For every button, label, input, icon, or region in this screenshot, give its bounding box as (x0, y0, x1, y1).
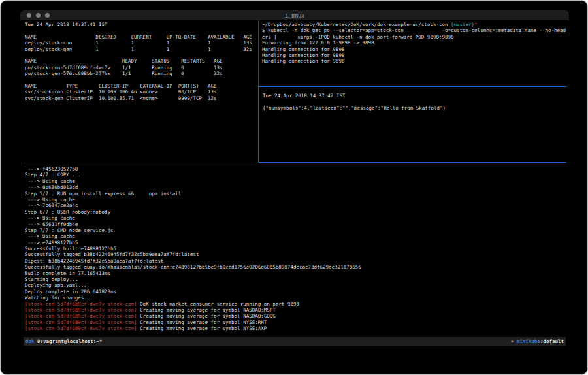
terminal-line: ---> 0b636bd013dd (25, 184, 361, 190)
helm-wheel-icon: ⎈ (511, 338, 517, 344)
status-right: ⎈ minikube:default (511, 337, 564, 346)
terminal-line: Handling connection for 9898 (262, 46, 566, 52)
terminal-line: {"numsymbols":4,"lastseen":"","message":… (263, 105, 446, 111)
terminal-line: NAME TYPE CLUSTER-IP EXTERNAL-IP PORT(S)… (25, 83, 252, 89)
terminal-line: ---> e74898127bb5 (25, 240, 361, 246)
terminal-line: ---> Using cache (25, 215, 361, 221)
terminal-line: Handling connection for 9898 (262, 52, 566, 58)
terminal-line: Step 6/7 : USER nobody:nobody (25, 209, 361, 215)
terminal-line (25, 77, 252, 83)
window-title: 1. tmux (20, 12, 569, 19)
pane-mid-right-content: Tue 24 Apr 2018 14:37:42 IST{"numsymbols… (263, 93, 446, 111)
terminal-line: Build complete in 77.165413ms (25, 270, 361, 276)
terminal-line: Starting deploy... (25, 276, 361, 282)
kube-namespace: :default (540, 338, 564, 344)
pane-divider-vertical[interactable] (258, 20, 259, 86)
terminal-line: ---> 65611ff9db4e (25, 221, 361, 227)
screenshot-frame: 1. tmux Tue 24 Apr 2018 14:37:41 ISTNAME… (0, 0, 588, 375)
pane-mid-right-active[interactable]: Tue 24 Apr 2018 14:37:42 IST{"numsymbols… (258, 86, 566, 163)
terminal-line (263, 99, 446, 105)
session-name: dok (25, 338, 35, 344)
terminal-line: po/stock-con-5d7df689cf-dwc7v 1/1 Runnin… (25, 65, 252, 71)
terminal-line: Forwarding from 127.0.0.1:9898 -> 9898 (262, 40, 566, 46)
pane-top-right-port-forward[interactable]: ~/Dropbox/advocacy/Kubernetes/DoK/work/d… (262, 22, 566, 65)
terminal-line: deploy/stock-gen 1 1 1 1 32s (25, 46, 252, 52)
window-item[interactable]: 0:vagrant@localhost:~* (35, 338, 103, 344)
terminal-line (25, 52, 252, 58)
terminal-line: ers | xargs -IPOD kubectl -n dok port-fo… (262, 34, 566, 40)
terminal-line: Successfully built e74898127bb5 (25, 246, 361, 252)
status-left: dok 0:vagrant@localhost:~* (25, 337, 102, 346)
terminal-line: $ kubectl -n dok get po --selector=app=s… (262, 27, 566, 33)
terminal-line: Deploy complete in 286.647823ms (25, 289, 361, 295)
terminal-line: Watching for changes... (25, 295, 361, 301)
terminal-line: Step 7/7 : CMD node service.js (25, 227, 361, 233)
terminal-line: Successfully tagged quay.io/mhausenblas/… (25, 264, 361, 270)
terminal-line: deploy/stock-con 1 1 1 1 13s (25, 40, 252, 46)
terminal-line: svc/stock-con ClusterIP 10.109.186.46 <n… (25, 89, 252, 95)
terminal-line: ---> Using cache (25, 233, 361, 239)
terminal-line: Deploying app.yaml... (25, 282, 361, 288)
window-titlebar[interactable]: 1. tmux (20, 10, 569, 20)
terminal-line: svc/stock-gen ClusterIP 10.100.35.71 <no… (25, 95, 252, 101)
terminal-line: [stock-con-5d7df689cf-dwc7v stock-con] C… (25, 307, 361, 313)
terminal-line: ---> f45623052760 (25, 166, 361, 172)
tmux-status-bar: dok 0:vagrant@localhost:~* ⎈ minikube:de… (24, 337, 566, 346)
terminal-line: po/stock-gen-576cc688bb-277hx 1/1 Runnin… (25, 71, 252, 76)
terminal-line: [stock-con-5d7df689cf-dwc7v stock-con] D… (25, 301, 361, 307)
terminal-line: NAME READY STATUS RESTARTS AGE (25, 58, 252, 64)
terminal-line: Tue 24 Apr 2018 14:37:42 IST (263, 93, 446, 99)
terminal-line: Digest: b38b42246945fd7f32c5ba9aea7af7fd… (25, 258, 361, 264)
terminal-line: ---> 7b6347ce2a4c (25, 203, 361, 208)
terminal-line: Successfully tagged b38b42246945fd7f32c5… (25, 252, 361, 257)
kube-context: minikube (517, 338, 540, 344)
terminal-line: ---> Using cache (25, 197, 361, 203)
terminal-line: ~/Dropbox/advocacy/Kubernetes/DoK/work/d… (262, 22, 566, 27)
terminal-line: Step 5/7 : RUN npm install express && np… (25, 191, 361, 197)
terminal-line: Tue 24 Apr 2018 14:37:41 IST (25, 22, 252, 27)
terminal-line: [stock-con-5d7df689cf-dwc7v stock-con] C… (25, 325, 361, 331)
pane-divider-horizontal[interactable] (24, 163, 258, 163)
pane-top-left-kubectl-output[interactable]: Tue 24 Apr 2018 14:37:41 ISTNAME DESIRED… (25, 22, 252, 101)
terminal-line: Handling connection for 9898 (262, 58, 566, 64)
terminal-line (25, 27, 252, 33)
terminal-line: [stock-con-5d7df689cf-dwc7v stock-con] C… (25, 313, 361, 319)
terminal-line: ---> Using cache (25, 178, 361, 184)
pane-bottom-skaffold-log[interactable]: ---> f45623052760Step 4/7 : COPY . . ---… (25, 166, 361, 332)
terminal-window: 1. tmux Tue 24 Apr 2018 14:37:41 ISTNAME… (20, 10, 569, 350)
terminal-line: [stock-con-5d7df689cf-dwc7v stock-con] C… (25, 319, 361, 325)
terminal-line: NAME DESIRED CURRENT UP-TO-DATE AVAILABL… (25, 34, 252, 40)
terminal-line: Step 4/7 : COPY . . (25, 172, 361, 178)
